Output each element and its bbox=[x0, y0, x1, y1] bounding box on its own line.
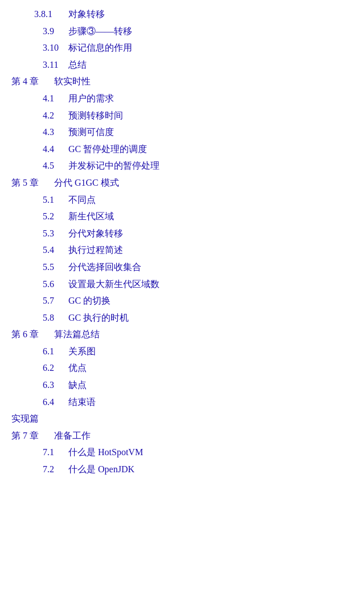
toc-label: 关系图 bbox=[68, 346, 96, 356]
toc-num: 4.2 bbox=[43, 107, 68, 124]
toc-label: 什么是 HotSpotVM bbox=[68, 447, 143, 457]
toc-item[interactable]: 5.1不同点 bbox=[11, 191, 353, 209]
toc-container: 3.8.1对象转移3.9步骤③——转移3.10标记信息的作用3.11总结第 4 … bbox=[11, 6, 353, 478]
toc-item[interactable]: 6.4结束语 bbox=[11, 394, 353, 411]
toc-item[interactable]: 5.4执行过程简述 bbox=[11, 242, 353, 259]
toc-num: 第 6 章 bbox=[11, 326, 54, 343]
toc-num: 3.11 bbox=[43, 56, 68, 73]
toc-item[interactable]: 3.9步骤③——转移 bbox=[11, 23, 353, 40]
toc-num: 5.7 bbox=[43, 292, 68, 309]
toc-label: 执行过程简述 bbox=[68, 245, 123, 255]
toc-item[interactable]: 5.5分代选择回收集合 bbox=[11, 259, 353, 276]
toc-item[interactable]: 6.1关系图 bbox=[11, 343, 353, 360]
toc-label: GC 暂停处理的调度 bbox=[68, 144, 147, 154]
toc-label: GC 执行的时机 bbox=[68, 313, 129, 322]
toc-label: 总结 bbox=[68, 60, 87, 70]
toc-label: 缺点 bbox=[68, 380, 87, 390]
toc-label: 优点 bbox=[68, 363, 87, 373]
toc-label: 分代对象转移 bbox=[68, 228, 123, 238]
toc-item[interactable]: 7.1什么是 HotSpotVM bbox=[11, 444, 353, 461]
toc-num: 第 4 章 bbox=[11, 73, 54, 90]
toc-num: 6.1 bbox=[43, 343, 68, 360]
toc-item[interactable]: 第 6 章算法篇总结 bbox=[11, 326, 353, 343]
toc-item[interactable]: 5.6设置最大新生代区域数 bbox=[11, 276, 353, 293]
toc-num: 6.3 bbox=[43, 377, 68, 394]
toc-num: 5.2 bbox=[43, 208, 68, 225]
toc-item[interactable]: 4.2预测转移时间 bbox=[11, 107, 353, 124]
toc-label: 步骤③——转移 bbox=[68, 26, 132, 36]
toc-num: 4.4 bbox=[43, 141, 68, 158]
toc-label: 并发标记中的暂停处理 bbox=[68, 161, 159, 170]
toc-item[interactable]: 3.10标记信息的作用 bbox=[11, 39, 353, 56]
toc-num: 6.2 bbox=[43, 359, 68, 377]
toc-item[interactable]: 4.3预测可信度 bbox=[11, 124, 353, 141]
toc-label: 准备工作 bbox=[54, 431, 91, 440]
toc-num: 5.5 bbox=[43, 259, 68, 276]
toc-item[interactable]: 5.8GC 执行的时机 bbox=[11, 309, 353, 326]
toc-label: 预测可信度 bbox=[68, 127, 114, 137]
toc-item[interactable]: 4.4GC 暂停处理的调度 bbox=[11, 141, 353, 158]
toc-item[interactable]: 3.8.1对象转移 bbox=[11, 6, 353, 23]
toc-label: 用户的需求 bbox=[68, 93, 114, 103]
toc-num: 4.1 bbox=[43, 90, 68, 107]
toc-num: 4.3 bbox=[43, 124, 68, 141]
toc-item[interactable]: 5.7GC 的切换 bbox=[11, 292, 353, 309]
toc-item[interactable]: 7.2什么是 OpenJDK bbox=[11, 461, 353, 478]
toc-label: 标记信息的作用 bbox=[68, 43, 132, 52]
toc-num: 7.2 bbox=[43, 461, 68, 478]
toc-label: 分代 G1GC 模式 bbox=[54, 178, 119, 187]
toc-label: 实现篇 bbox=[11, 414, 39, 423]
toc-item[interactable]: 实现篇 bbox=[11, 410, 353, 427]
toc-item[interactable]: 第 4 章软实时性 bbox=[11, 73, 353, 90]
toc-num: 7.1 bbox=[43, 444, 68, 461]
toc-num: 第 5 章 bbox=[11, 174, 54, 191]
toc-item[interactable]: 5.2新生代区域 bbox=[11, 208, 353, 225]
toc-item[interactable]: 5.3分代对象转移 bbox=[11, 225, 353, 242]
toc-num: 5.1 bbox=[43, 191, 68, 209]
toc-num: 第 7 章 bbox=[11, 427, 54, 444]
toc-item[interactable]: 4.1用户的需求 bbox=[11, 90, 353, 107]
toc-item[interactable]: 第 5 章分代 G1GC 模式 bbox=[11, 174, 353, 191]
toc-item[interactable]: 6.3缺点 bbox=[11, 377, 353, 394]
toc-num: 3.10 bbox=[43, 39, 68, 56]
toc-item[interactable]: 4.5并发标记中的暂停处理 bbox=[11, 157, 353, 174]
toc-num: 5.4 bbox=[43, 242, 68, 259]
toc-num: 5.8 bbox=[43, 309, 68, 326]
toc-num: 3.8.1 bbox=[34, 6, 68, 23]
toc-label: 软实时性 bbox=[54, 76, 91, 86]
toc-num: 6.4 bbox=[43, 394, 68, 411]
toc-item[interactable]: 第 7 章准备工作 bbox=[11, 427, 353, 444]
toc-label: 算法篇总结 bbox=[54, 329, 100, 339]
toc-label: 不同点 bbox=[68, 195, 96, 205]
toc-num: 5.3 bbox=[43, 225, 68, 242]
toc-label: 设置最大新生代区域数 bbox=[68, 279, 159, 289]
toc-num: 5.6 bbox=[43, 276, 68, 293]
toc-item[interactable]: 3.11总结 bbox=[11, 56, 353, 73]
toc-label: 结束语 bbox=[68, 397, 96, 407]
toc-item[interactable]: 6.2优点 bbox=[11, 359, 353, 377]
toc-label: 新生代区域 bbox=[68, 211, 114, 221]
toc-num: 3.9 bbox=[43, 23, 68, 40]
toc-label: GC 的切换 bbox=[68, 296, 111, 305]
toc-label: 预测转移时间 bbox=[68, 111, 123, 120]
toc-label: 分代选择回收集合 bbox=[68, 262, 141, 272]
toc-num: 4.5 bbox=[43, 157, 68, 174]
toc-label: 什么是 OpenJDK bbox=[68, 464, 134, 474]
toc-label: 对象转移 bbox=[68, 9, 105, 19]
